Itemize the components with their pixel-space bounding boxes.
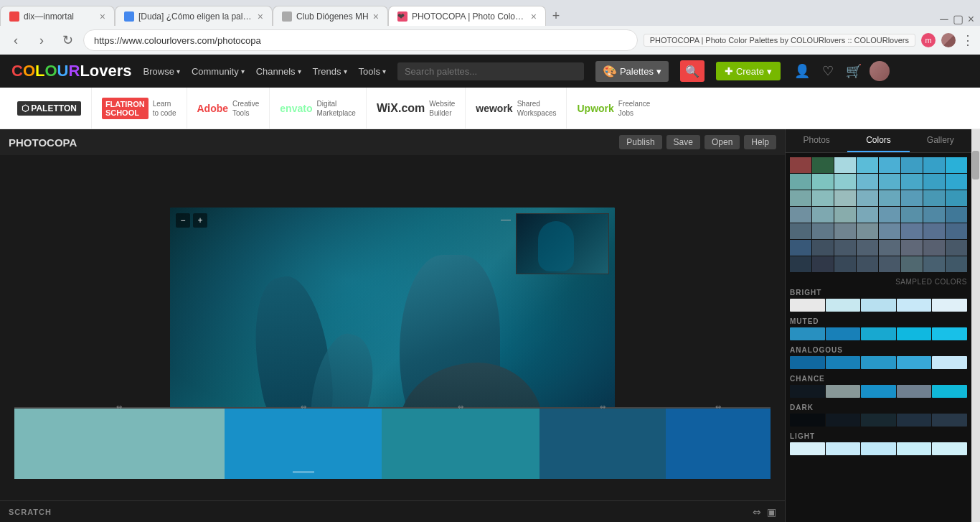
chrome-avatar[interactable]	[941, 33, 956, 47]
color-cell[interactable]	[923, 190, 945, 206]
color-cell[interactable]	[923, 256, 945, 272]
palette-swatch-2[interactable]: ⇔	[225, 409, 382, 479]
color-cell[interactable]	[812, 174, 834, 190]
panel-content[interactable]: SAMPLED COLORS BRIGHT MUTED ANALOGOUS CH…	[786, 153, 971, 522]
reload-button[interactable]: ↻	[57, 30, 77, 50]
nav-trends[interactable]: Trends ▾	[313, 66, 347, 77]
tab-close-2[interactable]: ×	[258, 11, 263, 22]
color-cell[interactable]	[812, 207, 834, 223]
section-swatch[interactable]	[897, 327, 932, 340]
color-cell[interactable]	[790, 240, 811, 256]
color-cell[interactable]	[901, 157, 923, 173]
color-cell[interactable]	[923, 207, 945, 223]
color-cell[interactable]	[923, 174, 945, 190]
color-cell[interactable]	[790, 174, 811, 190]
section-swatch[interactable]	[826, 327, 861, 340]
section-swatch[interactable]	[897, 414, 932, 427]
color-cell[interactable]	[923, 240, 945, 256]
save-button[interactable]: Save	[666, 135, 700, 149]
heart-icon[interactable]: ♡	[818, 61, 838, 81]
color-cell[interactable]	[790, 223, 811, 239]
nav-tools[interactable]: Tools ▾	[359, 66, 386, 77]
section-swatch[interactable]	[861, 356, 896, 369]
nav-channels[interactable]: Channels ▾	[256, 66, 301, 77]
color-cell[interactable]	[857, 207, 878, 223]
back-button[interactable]: ‹	[6, 30, 26, 50]
nav-community[interactable]: Community ▾	[192, 66, 245, 77]
color-cell[interactable]	[946, 157, 967, 173]
ad-paletton[interactable]: ⬡ PALETTON	[7, 88, 92, 129]
section-swatch[interactable]	[861, 299, 896, 312]
color-cell[interactable]	[857, 174, 878, 190]
ad-flatiron[interactable]: FLATIRONSCHOOL Learnto code	[92, 88, 187, 129]
color-cell[interactable]	[857, 223, 878, 239]
color-cell[interactable]	[834, 240, 856, 256]
user-icon[interactable]: 👤	[792, 61, 812, 81]
color-cell[interactable]	[834, 223, 856, 239]
ad-adobe[interactable]: Adobe CreativeTools	[187, 88, 270, 129]
color-cell[interactable]	[834, 256, 856, 272]
color-cell[interactable]	[901, 190, 923, 206]
color-cell[interactable]	[834, 174, 856, 190]
color-cell[interactable]	[879, 190, 900, 206]
maximize-window-btn[interactable]: ▢	[953, 12, 963, 26]
color-cell[interactable]	[946, 174, 967, 190]
color-cell[interactable]	[812, 240, 834, 256]
section-swatch[interactable]	[826, 414, 861, 427]
palette-swatch-3[interactable]: ⇔	[382, 409, 540, 479]
thumbnail-preview[interactable]	[516, 213, 609, 274]
section-swatch[interactable]	[897, 442, 932, 455]
color-cell[interactable]	[901, 174, 923, 190]
section-swatch[interactable]	[861, 385, 896, 398]
color-cell[interactable]	[879, 174, 900, 190]
search-button[interactable]: 🔍	[680, 60, 705, 82]
color-cell[interactable]	[901, 240, 923, 256]
color-cell[interactable]	[812, 190, 834, 206]
section-swatch[interactable]	[861, 327, 896, 340]
image-workspace[interactable]: − + — ⇔ ⇔ ⇔ ⇔ ⇔	[0, 155, 785, 500]
section-swatch[interactable]	[790, 414, 825, 427]
section-swatch[interactable]	[932, 356, 967, 369]
color-cell[interactable]	[812, 157, 834, 173]
section-swatch[interactable]	[932, 385, 967, 398]
forward-button[interactable]: ›	[32, 30, 52, 50]
section-swatch[interactable]	[790, 327, 825, 340]
color-cell[interactable]	[857, 240, 878, 256]
palette-swatch-5[interactable]: ⇔	[666, 409, 771, 479]
open-button[interactable]: Open	[705, 135, 740, 149]
color-cell[interactable]	[857, 256, 878, 272]
color-cell[interactable]	[946, 256, 967, 272]
tab-3[interactable]: Club Diógenes MH ×	[273, 6, 388, 26]
palette-swatch-4[interactable]: ⇔	[540, 409, 666, 479]
section-swatch[interactable]	[861, 414, 896, 427]
help-button[interactable]: Help	[744, 135, 776, 149]
favorites-icon[interactable]: 🛒	[844, 61, 864, 81]
ad-wix[interactable]: WiX.com WebsiteBuilder	[367, 88, 466, 129]
color-cell[interactable]	[790, 190, 811, 206]
section-swatch[interactable]	[790, 442, 825, 455]
color-cell[interactable]	[901, 207, 923, 223]
color-cell[interactable]	[879, 256, 900, 272]
section-swatch[interactable]	[897, 385, 932, 398]
section-swatch[interactable]	[861, 442, 896, 455]
palette-swatch-1[interactable]: ⇔	[14, 409, 225, 479]
color-cell[interactable]	[790, 256, 811, 272]
color-cell[interactable]	[946, 190, 967, 206]
section-swatch[interactable]	[932, 414, 967, 427]
section-swatch[interactable]	[790, 385, 825, 398]
section-swatch[interactable]	[932, 442, 967, 455]
zoom-out-button[interactable]: −	[176, 213, 190, 228]
color-cell[interactable]	[790, 157, 811, 173]
color-cell[interactable]	[879, 240, 900, 256]
tab-close-4[interactable]: ×	[531, 11, 537, 22]
section-swatch[interactable]	[826, 442, 861, 455]
section-swatch[interactable]	[897, 356, 932, 369]
create-button[interactable]: ✚ Create ▾	[716, 62, 781, 80]
tab-colors[interactable]: Colors	[847, 129, 909, 152]
zoom-in-button[interactable]: +	[193, 213, 207, 228]
image-minimize-button[interactable]: —	[501, 213, 511, 225]
search-input[interactable]	[397, 62, 584, 80]
color-cell[interactable]	[946, 240, 967, 256]
address-box[interactable]: https://www.colourlovers.com/photocopa	[83, 29, 638, 51]
color-cell[interactable]	[901, 223, 923, 239]
